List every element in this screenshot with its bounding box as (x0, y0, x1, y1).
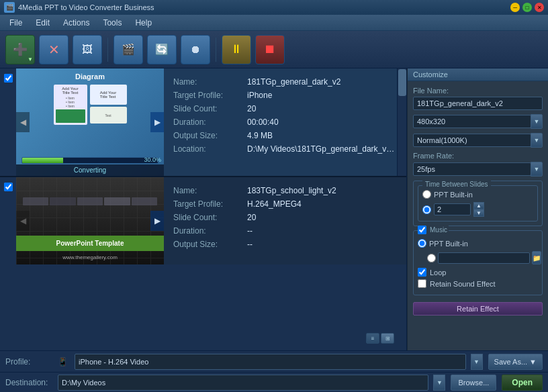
pause-button[interactable]: ⏸ (222, 35, 251, 64)
thumb-nav-right-2[interactable]: ▶ (150, 211, 164, 231)
add-button[interactable]: ➕ ▼ (5, 35, 35, 64)
close-button[interactable]: ✕ (535, 3, 544, 12)
profile-label: Profile: (5, 357, 52, 366)
menu-tools[interactable]: Tools (96, 17, 128, 29)
menubar: File Edit Actions Tools Help (0, 15, 548, 31)
refresh-button[interactable]: 🔄 (147, 35, 177, 64)
file-info-profile-row: Target Profile: iPhone (173, 89, 395, 102)
spin-buttons: ▲ ▼ (473, 202, 484, 217)
progress-bar-fill-1 (22, 158, 63, 163)
file-info-1: Name: 181TGp_general_dark_v2 Target Prof… (164, 68, 406, 176)
music-label: Music (428, 226, 449, 234)
music-ppt-builtin-label: PPT Built-in (429, 240, 468, 248)
refresh-icon: 🔄 (155, 43, 169, 56)
profile-select-arrow[interactable]: ▼ (471, 354, 483, 370)
loop-checkbox[interactable] (418, 268, 426, 277)
menu-help[interactable]: Help (128, 17, 158, 29)
destination-label: Destination: (5, 378, 52, 387)
profile-select[interactable]: iPhone - H.264 Video (75, 354, 466, 370)
film-button[interactable]: 🎬 (113, 35, 143, 64)
toolbar-separator-2 (216, 38, 216, 62)
music-checkbox[interactable] (418, 226, 426, 234)
spin-down-button[interactable]: ▼ (473, 209, 484, 217)
music-file-row: 📁 (427, 251, 538, 264)
stop-button[interactable]: ⏹ (255, 35, 285, 64)
converting-label: Converting (74, 166, 106, 174)
loop-row: Loop (418, 268, 538, 277)
thumb2-grid (16, 177, 164, 264)
thumb-nav-left-2[interactable]: ◀ (16, 211, 30, 231)
music-file-browse-button[interactable]: 📁 (532, 251, 541, 264)
file-info-location-row: Location: D:\My Videos\181TGp_general_da… (173, 142, 395, 156)
destination-path-input[interactable] (58, 375, 428, 391)
frame-rate-select[interactable]: 25fps (413, 162, 531, 176)
time-spinbox[interactable] (434, 203, 471, 215)
resolution-select[interactable]: 480x320 (413, 115, 531, 128)
spin-up-button[interactable]: ▲ (473, 202, 484, 209)
add-icon: ➕ (13, 42, 28, 57)
menu-edit[interactable]: Edit (29, 17, 56, 29)
menu-actions[interactable]: Actions (56, 17, 96, 29)
file-name-input[interactable] (413, 97, 543, 110)
file-info-profile-value: iPhone (247, 89, 395, 102)
music-file-radio[interactable] (427, 254, 436, 262)
file-info-2-duration-row: Duration: -- (173, 224, 336, 238)
delete-icon: ✕ (48, 42, 60, 58)
resolution-select-arrow[interactable]: ▼ (531, 114, 543, 129)
scroll-thumb[interactable] (398, 69, 406, 96)
thumb2-site: www.themegallery.com (62, 254, 118, 260)
open-button[interactable]: Open (502, 375, 543, 391)
file-thumbnail-2: PowerPoint Template www.themegallery.com… (16, 177, 164, 264)
scrollbar-track[interactable] (397, 68, 406, 176)
delete-button[interactable]: ✕ (39, 35, 68, 64)
phone-icon: 📱 (58, 357, 68, 366)
custom-time-row: ▲ ▼ (422, 202, 533, 217)
custom-time-radio[interactable] (422, 205, 431, 214)
file-info-2-size-label: Output Size: (173, 238, 247, 251)
record-button[interactable]: ⏺ (181, 35, 210, 64)
retain-effect-button[interactable]: Retain Effect (413, 302, 543, 315)
frame-rate-label: Frame Rate: (413, 152, 543, 160)
file-checkbox-1[interactable] (4, 74, 13, 83)
file-info-duration-label: Duration: (173, 115, 247, 129)
thumb-nav-right-1[interactable]: ▶ (150, 112, 164, 132)
save-as-button[interactable]: Save As... ▼ (488, 354, 543, 370)
file-info-2-duration-value: -- (247, 224, 336, 238)
maximize-button[interactable]: □ (522, 3, 532, 12)
retain-sound-label: Retain Sound Effect (430, 280, 496, 288)
photo-icon: 🖼 (82, 44, 93, 56)
music-file-input[interactable] (438, 252, 530, 264)
card-green-1 (56, 109, 85, 123)
titlebar: 🎬 4Media PPT to Video Converter Business… (0, 0, 548, 15)
bitrate-select-arrow[interactable]: ▼ (531, 133, 543, 148)
grid-view-button[interactable]: ⊞ (381, 333, 394, 344)
bitrate-select[interactable]: Normal(1000K) (413, 134, 531, 147)
app-icon: 🎬 (4, 2, 15, 13)
frame-rate-select-arrow[interactable]: ▼ (531, 162, 543, 177)
ppt-builtin-radio[interactable] (422, 190, 431, 199)
retain-sound-row: Retain Sound Effect (418, 279, 538, 288)
file-info-size-row: Output Size: 4.9 MB (173, 129, 395, 142)
frame-rate-row: 25fps ▼ (413, 162, 543, 177)
file-checkbox-2[interactable] (4, 183, 13, 191)
list-view-button[interactable]: ≡ (366, 333, 379, 344)
music-section: Music PPT Built-in 📁 Loop R (413, 230, 543, 295)
time-between-slides-section: Time Between Slides PPT Built-in ▲ ▼ (413, 181, 543, 226)
thumb-nav-left-1[interactable]: ◀ (16, 112, 30, 132)
destination-path-arrow[interactable]: ▼ (433, 375, 445, 391)
browse-button[interactable]: Browse... (451, 375, 496, 391)
file-item-1: Diagram Add YourTitle Text • Item• Item•… (0, 68, 406, 177)
retain-sound-checkbox[interactable] (418, 279, 426, 288)
convert-photo-button[interactable]: 🖼 (73, 35, 102, 64)
minimize-button[interactable]: ─ (510, 3, 520, 12)
view-toggle-area: ≡ ⊞ (366, 333, 394, 344)
save-as-label: Save As... (494, 358, 528, 366)
bitrate-row: Normal(1000K) ▼ (413, 133, 543, 148)
file-check-1 (0, 68, 16, 176)
file-info-2-profile-value: H.264_MPEG4 (247, 197, 336, 211)
menu-file[interactable]: File (3, 17, 29, 29)
time-section-inner: Time Between Slides PPT Built-in ▲ ▼ (418, 185, 538, 222)
toolbar: ➕ ▼ ✕ 🖼 🎬 🔄 ⏺ ⏸ ⏹ (0, 31, 548, 68)
file-info-2-profile-label: Target Profile: (173, 197, 247, 211)
music-ppt-builtin-radio[interactable] (418, 239, 426, 248)
